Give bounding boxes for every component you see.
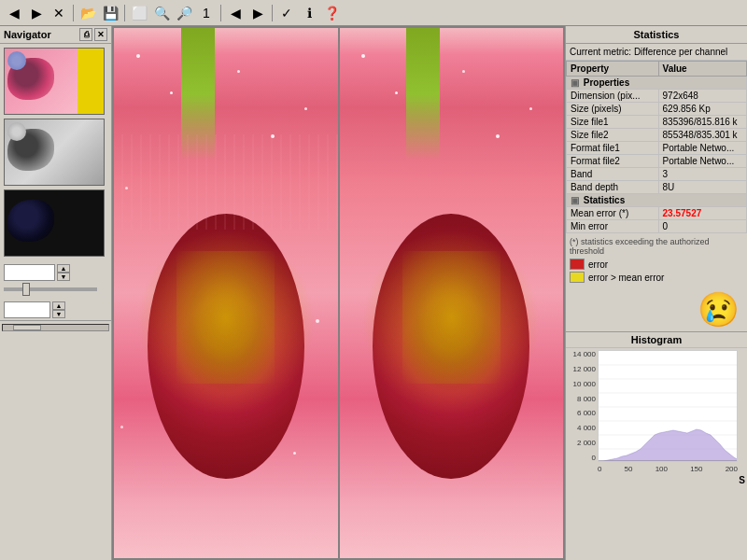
toolbar-stop[interactable]: ✕: [49, 3, 69, 23]
thumb3-bg: [5, 190, 104, 256]
legend-mean-error-color: [570, 272, 585, 283]
histogram-bars: [599, 429, 738, 461]
num-input[interactable]: 18: [4, 301, 50, 318]
panel-header-icons: ⎙ ✕: [79, 28, 107, 41]
toolbar-open[interactable]: 📂: [78, 3, 98, 23]
table-row: Dimension (pix...972x648: [567, 90, 747, 103]
image-panel-left[interactable]: [114, 28, 338, 558]
ylabel-4000: 4 000: [568, 424, 596, 432]
sad-emoji: 😢: [698, 290, 740, 329]
hscroll-track: [2, 324, 109, 331]
thumbnail-3[interactable]: [4, 189, 105, 257]
zoom-down[interactable]: ▼: [57, 273, 70, 281]
legend-error-label: error: [588, 259, 608, 270]
table-row: Format file1Portable Netwo...: [567, 142, 747, 155]
panel-close-btn[interactable]: ✕: [94, 28, 107, 41]
toolbar-pan-right[interactable]: ▶: [247, 3, 268, 23]
xlabel-200: 200: [726, 465, 738, 473]
toolbar-zoom-out[interactable]: 🔎: [174, 3, 194, 23]
prop-cell: Size (pixels): [567, 103, 659, 116]
zoom-controls: 4,00 ▲ ▼: [0, 260, 111, 300]
thumb2-gray-flower: [7, 122, 26, 141]
legend-note: (*) statistics exceeding the authorized …: [570, 237, 743, 256]
stat-prop-cell: Mean error (*): [567, 207, 659, 220]
legend-mean-error: error > mean error: [570, 272, 743, 283]
stat-value-cell: 0: [658, 220, 746, 233]
num-spinner: ▲ ▼: [52, 301, 65, 318]
zoom-slider[interactable]: [4, 283, 97, 296]
x-axis-labels: 0 50 100 150 200: [598, 465, 738, 473]
prop-cell: Size file2: [567, 129, 659, 142]
main-container: Navigator ⎙ ✕: [0, 26, 747, 560]
rdot4: [496, 134, 500, 138]
toolbar-back[interactable]: ◀: [4, 3, 24, 23]
stat-prop-cell: Min error: [567, 220, 659, 233]
legend-error-color: [570, 259, 585, 270]
xlabel-150: 150: [690, 465, 702, 473]
num-down[interactable]: ▼: [52, 310, 65, 318]
col-value: Value: [658, 62, 746, 77]
table-row: Mean error (*)23.57527: [567, 207, 747, 220]
histogram-chart: 0 50 100 150 200: [598, 350, 745, 473]
value-cell: 972x648: [658, 90, 746, 103]
hscroll-thumb[interactable]: [13, 325, 41, 330]
toolbar-save[interactable]: 💾: [100, 3, 120, 23]
histogram-wrapper: 14 000 12 000 10 000 8 000 6 000 4 000 2…: [568, 350, 745, 473]
value-cell: 8U: [658, 181, 746, 194]
center-area: [112, 26, 565, 560]
col-property: Property: [567, 62, 659, 77]
petal-lines-left: [114, 134, 338, 230]
toolbar-zoom-rect[interactable]: ⬜: [129, 3, 149, 23]
num-up[interactable]: ▲: [52, 301, 65, 310]
legend-mean-error-label: error > mean error: [588, 273, 664, 283]
toolbar-pan-left[interactable]: ◀: [225, 3, 246, 23]
toolbar-help[interactable]: ❓: [321, 3, 342, 23]
prop-cell: Format file1: [567, 142, 659, 155]
stats-header: Statistics: [566, 26, 747, 44]
nav-hscroll[interactable]: [0, 320, 111, 333]
ylabel-14000: 14 000: [568, 350, 596, 358]
thumbnail-2[interactable]: [4, 119, 105, 186]
thumb1-bg: [5, 49, 104, 114]
toolbar-info[interactable]: ℹ: [299, 3, 319, 23]
navigator-title: Navigator: [4, 29, 51, 40]
zoom-slider-thumb[interactable]: [22, 283, 30, 296]
xlabel-0: 0: [598, 465, 601, 473]
zoom-up[interactable]: ▲: [57, 264, 70, 273]
navigator-header: Navigator ⎙ ✕: [0, 26, 111, 44]
table-row: Size file1835396/815.816 k: [567, 116, 747, 129]
zoom-input[interactable]: 4,00: [4, 264, 55, 281]
value-cell: Portable Netwo...: [658, 155, 746, 168]
thumbnail-1[interactable]: [4, 48, 105, 115]
stamens-right: [402, 251, 500, 384]
thumb3-flower: [7, 200, 54, 242]
value-cell: Portable Netwo...: [658, 142, 746, 155]
thumb1-blue-flower: [7, 51, 26, 70]
legend-error: error: [570, 259, 743, 270]
properties-table: Property Value ▣ PropertiesDimension (pi…: [566, 61, 747, 233]
ylabel-0: 0: [568, 454, 596, 462]
ylabel-12000: 12 000: [568, 365, 596, 373]
value-cell: 3: [658, 168, 746, 181]
stats-metric: Current metric: Difference per channel: [566, 44, 747, 61]
value-cell: 629.856 Kp: [658, 103, 746, 116]
prop-cell: Band: [567, 168, 659, 181]
sep2: [124, 5, 125, 21]
toolbar: ◀ ▶ ✕ 📂 💾 ⬜ 🔍 🔎 1 ◀ ▶ ✓ ℹ ❓: [0, 0, 747, 26]
histogram-header: Histogram: [566, 332, 747, 348]
table-row: Band depth8U: [567, 181, 747, 194]
toolbar-zoom-1[interactable]: 1: [196, 3, 217, 23]
panel-float-btn[interactable]: ⎙: [79, 28, 92, 41]
toolbar-zoom-fit[interactable]: 🔍: [151, 3, 172, 23]
right-panel: Statistics Current metric: Difference pe…: [565, 26, 747, 560]
prop-cell: Band depth: [567, 181, 659, 194]
prop-cell: Format file2: [567, 155, 659, 168]
histogram-area: 14 000 12 000 10 000 8 000 6 000 4 000 2…: [566, 348, 747, 487]
value-cell: 855348/835.301 k: [658, 129, 746, 142]
prop-cell: Dimension (pix...: [567, 90, 659, 103]
image-panel-right[interactable]: [340, 28, 564, 558]
toolbar-forward[interactable]: ▶: [26, 3, 47, 23]
num-input-row: 18 ▲ ▼: [0, 300, 111, 320]
toolbar-check[interactable]: ✓: [276, 3, 297, 23]
left-panel: Navigator ⎙ ✕: [0, 26, 112, 560]
